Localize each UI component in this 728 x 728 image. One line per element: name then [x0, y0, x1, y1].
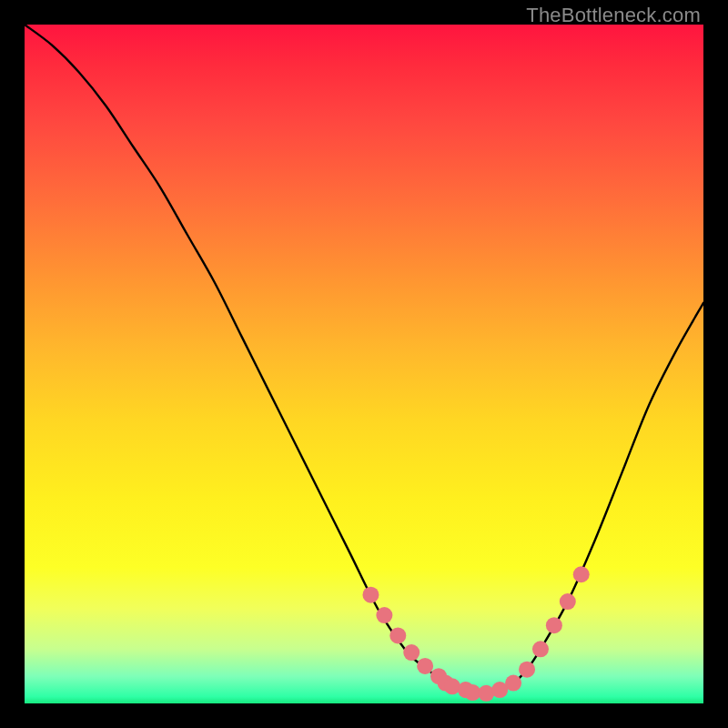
chart-frame: TheBottleneck.com: [0, 0, 728, 728]
curve-dot: [573, 566, 590, 582]
curve-dot: [389, 627, 406, 643]
curve-dot: [505, 675, 521, 692]
curve-dot: [519, 662, 535, 678]
curve-dot: [417, 658, 433, 674]
watermark-text: TheBottleneck.com: [526, 4, 701, 27]
curve-dot: [560, 593, 576, 610]
curve-dot: [546, 617, 562, 633]
curve-dot: [362, 587, 379, 603]
curve-dot: [376, 607, 392, 623]
curve-dot-markers: [362, 566, 589, 702]
curve-dot: [403, 644, 420, 661]
chart-svg-layer: [25, 25, 703, 703]
curve-dot: [532, 641, 549, 657]
